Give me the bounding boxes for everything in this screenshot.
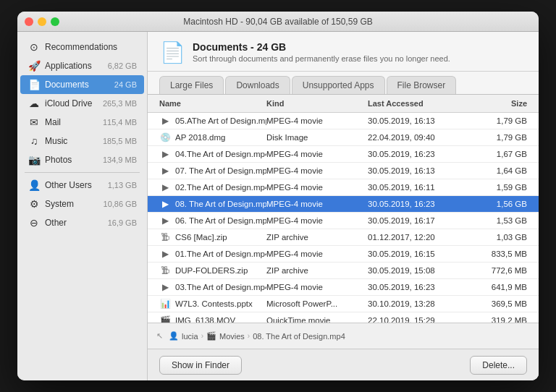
minimize-button[interactable] bbox=[38, 17, 46, 26]
tab-large-files[interactable]: Large Files bbox=[159, 76, 224, 94]
breadcrumb-label: 08. The Art of Design.mp4 bbox=[253, 332, 345, 341]
sidebar-label: Other Users bbox=[45, 180, 108, 190]
col-accessed: Last Accessed bbox=[368, 98, 469, 109]
cell-accessed: 30.05.2019, 16:13 bbox=[368, 166, 469, 175]
col-name: Name bbox=[159, 98, 266, 109]
table-row[interactable]: ▶ 06. The Art of Design.mp4 MPEG-4 movie… bbox=[148, 213, 539, 229]
table-body: ▶ 05.AThe Art of Design.mp4 MPEG-4 movie… bbox=[148, 113, 539, 323]
cell-accessed: 30.05.2019, 15:08 bbox=[368, 266, 469, 275]
table-row[interactable]: ▶ 04.The Art of Design.mp4 MPEG-4 movie … bbox=[148, 146, 539, 163]
sidebar-label: System bbox=[45, 199, 104, 209]
cell-accessed: 22.10.2019, 15:29 bbox=[368, 316, 469, 323]
cell-kind: MPEG-4 movie bbox=[266, 183, 368, 192]
show-in-finder-button[interactable]: Show in Finder bbox=[159, 356, 242, 375]
table-row[interactable]: 💿 AP 2018.dmg Disk Image 22.04.2019, 09:… bbox=[148, 129, 539, 146]
table-row[interactable]: 📊 W7L3. Contests.pptx Microsoft PowerP..… bbox=[148, 296, 539, 312]
cell-name: ▶ 04.The Art of Design.mp4 bbox=[159, 148, 266, 160]
sidebar-item-other-users[interactable]: 👤 Other Users 1,13 GB bbox=[20, 176, 144, 195]
breadcrumb-separator: › bbox=[248, 332, 250, 340]
delete-button[interactable]: Delete... bbox=[470, 356, 527, 375]
cell-size: 641,9 MB bbox=[469, 283, 527, 291]
file-type-icon: 💿 bbox=[159, 132, 171, 143]
tab-downloads[interactable]: Downloads bbox=[225, 76, 290, 94]
breadcrumb-arrow-icon: ↖ bbox=[156, 331, 163, 341]
photos-icon: 📷 bbox=[28, 153, 41, 166]
cell-accessed: 30.10.2019, 13:28 bbox=[368, 299, 469, 308]
table-row[interactable]: ▶ 03.The Art of Design.mp4 MPEG-4 movie … bbox=[148, 279, 539, 296]
close-button[interactable] bbox=[25, 17, 33, 26]
table-row[interactable]: ▶ 05.AThe Art of Design.mp4 MPEG-4 movie… bbox=[148, 113, 539, 129]
file-type-icon: ▶ bbox=[159, 281, 171, 293]
cell-size: 1,53 GB bbox=[469, 216, 527, 225]
sidebar-item-applications[interactable]: 🚀 Applications 6,82 GB bbox=[20, 56, 144, 75]
sidebar-item-recommendations[interactable]: ⊙ Recommendations bbox=[20, 38, 144, 56]
table-row[interactable]: ▶ 02.The Art of Design.mp4 MPEG-4 movie … bbox=[148, 179, 539, 196]
cell-name: 💿 AP 2018.dmg bbox=[159, 132, 266, 143]
cell-kind: ZIP archive bbox=[266, 266, 368, 275]
sidebar-bottom-items: 👤 Other Users 1,13 GB ⚙ System 10,86 GB … bbox=[17, 176, 147, 232]
file-type-icon: ▶ bbox=[159, 198, 171, 210]
sidebar-label: Documents bbox=[45, 80, 114, 90]
other-users-icon: 👤 bbox=[28, 179, 41, 192]
cell-kind: ZIP archive bbox=[266, 233, 368, 242]
cell-name: ▶ 02.The Art of Design.mp4 bbox=[159, 182, 266, 193]
sidebar-item-system[interactable]: ⚙ System 10,86 GB bbox=[20, 195, 144, 213]
cell-kind: MPEG-4 movie bbox=[266, 250, 368, 258]
cell-name: ▶ 01.The Art of Design.mp4 bbox=[159, 248, 266, 260]
tab-unsupported-apps[interactable]: Unsupported Apps bbox=[292, 76, 385, 94]
cell-kind: MPEG-4 movie bbox=[266, 283, 368, 291]
breadcrumb-icon: 👤 bbox=[169, 331, 179, 341]
table-row[interactable]: 🗜 CS6 [Mac].zip ZIP archive 01.12.2017, … bbox=[148, 229, 539, 246]
cell-size: 1,03 GB bbox=[469, 233, 527, 242]
header-text: Documents - 24 GB Sort through documents… bbox=[193, 41, 450, 63]
file-type-icon: ▶ bbox=[159, 165, 171, 176]
main-header: 📄 Documents - 24 GB Sort through documen… bbox=[148, 32, 539, 72]
table-row[interactable]: 🗜 DUP-FOLDERS.zip ZIP archive 30.05.2019… bbox=[148, 263, 539, 279]
cell-size: 772,6 MB bbox=[469, 266, 527, 275]
file-type-icon: 🗜 bbox=[159, 231, 171, 243]
cell-accessed: 22.04.2019, 09:40 bbox=[368, 133, 469, 142]
tab-file-browser[interactable]: File Browser bbox=[387, 76, 457, 94]
table-row[interactable]: ▶ 01.The Art of Design.mp4 MPEG-4 movie … bbox=[148, 246, 539, 263]
sidebar-size: 6,82 GB bbox=[108, 61, 137, 70]
table-row[interactable]: ▶ 07. The Art of Design.mp4 MPEG-4 movie… bbox=[148, 163, 539, 179]
other-icon: ⊖ bbox=[28, 216, 41, 229]
recommendations-icon: ⊙ bbox=[28, 41, 41, 54]
table-row[interactable]: 🎬 IMG_6138.MOV QuickTime movie 22.10.201… bbox=[148, 312, 539, 323]
sidebar-item-other[interactable]: ⊖ Other 16,9 GB bbox=[20, 213, 144, 232]
cell-accessed: 30.05.2019, 16:23 bbox=[368, 200, 469, 208]
table-row[interactable]: ▶ 08. The Art of Design.mp4 MPEG-4 movie… bbox=[148, 196, 539, 213]
sidebar-item-mail[interactable]: ✉ Mail 115,4 MB bbox=[20, 113, 144, 132]
cell-kind: MPEG-4 movie bbox=[266, 116, 368, 125]
sidebar-divider bbox=[25, 172, 140, 173]
cell-kind: QuickTime movie bbox=[266, 316, 368, 323]
col-size: Size bbox=[469, 98, 527, 109]
file-table[interactable]: Name Kind Last Accessed Size ▶ 05.AThe A… bbox=[148, 94, 539, 323]
maximize-button[interactable] bbox=[51, 17, 59, 26]
file-type-icon: 🗜 bbox=[159, 265, 171, 276]
cell-kind: MPEG-4 movie bbox=[266, 150, 368, 158]
sidebar-label: Applications bbox=[45, 61, 108, 71]
cell-size: 833,5 MB bbox=[469, 250, 527, 258]
col-kind: Kind bbox=[266, 98, 368, 109]
sidebar-item-photos[interactable]: 📷 Photos 134,9 MB bbox=[20, 150, 144, 169]
cell-accessed: 30.05.2019, 16:11 bbox=[368, 183, 469, 192]
header-title: Documents - 24 GB bbox=[193, 41, 450, 53]
applications-icon: 🚀 bbox=[28, 59, 41, 72]
tabs: Large FilesDownloadsUnsupported AppsFile… bbox=[148, 72, 539, 94]
sidebar-item-documents[interactable]: 📄 Documents 24 GB bbox=[20, 75, 144, 94]
cell-size: 1,59 GB bbox=[469, 183, 527, 192]
window-controls bbox=[25, 17, 59, 26]
sidebar-item-icloud[interactable]: ☁ iCloud Drive 265,3 MB bbox=[20, 94, 144, 113]
sidebar-label: iCloud Drive bbox=[45, 98, 103, 108]
sidebar-label: Recommendations bbox=[45, 42, 137, 52]
cell-size: 1,64 GB bbox=[469, 166, 527, 175]
content-area: ⊙ Recommendations 🚀 Applications 6,82 GB… bbox=[17, 32, 539, 380]
breadcrumb-separator: › bbox=[201, 332, 203, 340]
file-type-icon: ▶ bbox=[159, 148, 171, 160]
cell-name: 🗜 CS6 [Mac].zip bbox=[159, 231, 266, 243]
cell-size: 1,56 GB bbox=[469, 200, 527, 208]
sidebar-item-music[interactable]: ♫ Music 185,5 MB bbox=[20, 132, 144, 150]
cell-name: ▶ 05.AThe Art of Design.mp4 bbox=[159, 115, 266, 127]
sidebar-label: Photos bbox=[45, 155, 103, 165]
